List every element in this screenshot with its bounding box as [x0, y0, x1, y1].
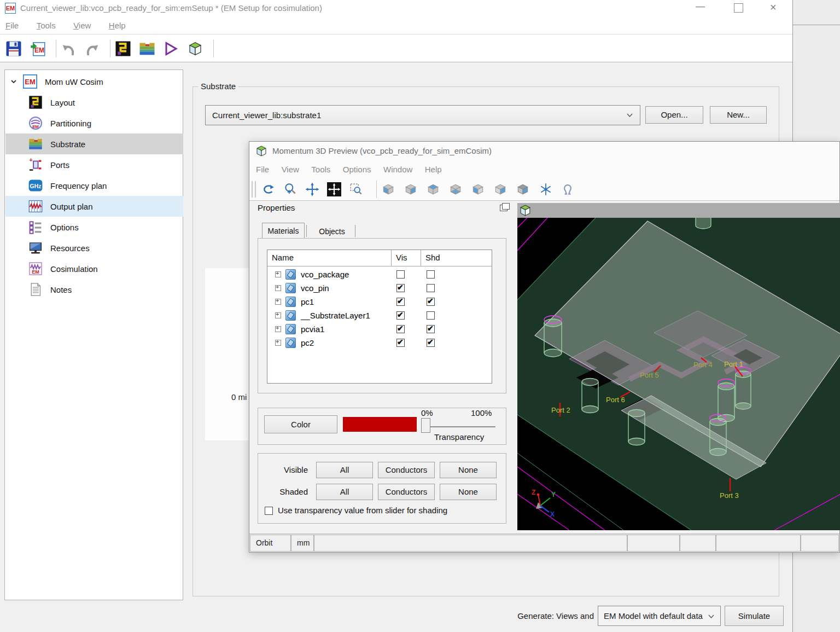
- vis-checkbox[interactable]: [396, 270, 405, 279]
- chevron-down-icon[interactable]: [10, 78, 18, 85]
- dialog-titlebar[interactable]: Momentum 3D Preview (vco_pcb_ready_for_s…: [249, 142, 839, 160]
- shd-checkbox[interactable]: [427, 311, 435, 320]
- status-units[interactable]: mm: [291, 535, 314, 552]
- generate-combobox[interactable]: EM Model with default data: [598, 606, 721, 626]
- toolbar-grip[interactable]: [252, 181, 256, 198]
- sidebar-item-notes[interactable]: Notes: [5, 279, 183, 300]
- shd-checkbox[interactable]: [427, 270, 435, 279]
- sidebar-item-cosimulation[interactable]: EM Cosimulation: [5, 258, 183, 279]
- view-cube-top-icon[interactable]: [426, 182, 440, 196]
- shd-checkbox[interactable]: [427, 325, 435, 333]
- material-paint-icon: [285, 297, 296, 307]
- layout-icon[interactable]: [115, 40, 131, 57]
- column-header-name[interactable]: Name: [267, 250, 392, 266]
- shaded-all-button[interactable]: All: [316, 484, 373, 500]
- expand-icon[interactable]: [275, 285, 281, 291]
- vis-checkbox[interactable]: [396, 284, 405, 292]
- transparency-slider-track[interactable]: [425, 426, 495, 427]
- 3d-scene[interactable]: Port 1 Port 2 Port 3 Port 4 Port 5 Port …: [517, 218, 840, 530]
- 3d-view-icon[interactable]: [187, 40, 203, 57]
- expand-icon[interactable]: [275, 271, 281, 277]
- menu-help[interactable]: Help: [109, 21, 126, 30]
- visible-none-button[interactable]: None: [440, 462, 497, 478]
- table-row[interactable]: vco_package: [267, 268, 492, 281]
- simulate-button[interactable]: Simulate: [725, 606, 784, 626]
- visible-conductors-button[interactable]: Conductors: [378, 462, 435, 478]
- redo-icon[interactable]: [84, 40, 100, 57]
- vis-checkbox[interactable]: [396, 325, 405, 333]
- pan-icon[interactable]: [305, 182, 319, 196]
- open-button[interactable]: Open...: [645, 106, 703, 124]
- status-mode[interactable]: Orbit: [250, 535, 291, 552]
- view-cube-back-icon[interactable]: [404, 182, 418, 196]
- simulate-icon[interactable]: [163, 40, 179, 57]
- sidebar-root-label: Mom uW Cosim: [45, 77, 103, 86]
- vis-checkbox[interactable]: [396, 339, 405, 347]
- transparency-shading-checkbox[interactable]: [265, 507, 273, 515]
- tab-materials[interactable]: Materials: [262, 223, 305, 238]
- table-row[interactable]: pc1: [267, 295, 492, 309]
- menu-file[interactable]: File: [5, 21, 19, 30]
- minimize-button[interactable]: —: [696, 1, 705, 12]
- color-button[interactable]: Color: [264, 415, 337, 433]
- save-icon[interactable]: [5, 40, 22, 57]
- expand-icon[interactable]: [275, 299, 281, 305]
- shd-checkbox[interactable]: [427, 298, 435, 306]
- table-row[interactable]: vco_pin: [267, 281, 492, 295]
- expand-icon[interactable]: [275, 312, 281, 318]
- sidebar-item-options[interactable]: Options: [5, 217, 183, 237]
- sidebar-item-substrate[interactable]: Substrate: [5, 134, 183, 154]
- menu-tools[interactable]: Tools: [311, 165, 330, 174]
- shd-checkbox[interactable]: [427, 339, 435, 347]
- status-cell: [627, 535, 680, 552]
- menu-view[interactable]: View: [282, 165, 299, 174]
- menu-view[interactable]: View: [73, 21, 91, 30]
- view-cube-left-icon[interactable]: [471, 182, 485, 196]
- sidebar-item-partitioning[interactable]: EM Partitioning: [5, 113, 183, 134]
- undo-icon[interactable]: [61, 40, 77, 57]
- sidebar-item-layout[interactable]: Layout: [5, 92, 183, 113]
- probe-icon[interactable]: [561, 182, 575, 196]
- view-cube-front-icon[interactable]: [381, 182, 395, 196]
- axes-icon[interactable]: [539, 182, 553, 196]
- table-row[interactable]: __SubstrateLayer1: [267, 309, 492, 322]
- shaded-none-button[interactable]: None: [440, 484, 497, 500]
- tab-objects[interactable]: Objects: [311, 225, 353, 238]
- expand-icon[interactable]: [275, 326, 281, 332]
- menu-file[interactable]: File: [256, 165, 269, 174]
- close-button[interactable]: ×: [770, 1, 777, 14]
- substrate-combobox[interactable]: Current_viewer_lib:substrate1: [205, 105, 640, 125]
- pan-active-icon[interactable]: [327, 182, 341, 196]
- float-panel-icon[interactable]: [500, 205, 508, 211]
- maximize-button[interactable]: [734, 3, 743, 13]
- sidebar-item-output-plan[interactable]: Output plan: [5, 196, 183, 217]
- vis-checkbox[interactable]: [396, 311, 405, 320]
- visible-all-button[interactable]: All: [316, 462, 373, 478]
- vis-checkbox[interactable]: [396, 298, 405, 306]
- transparency-slider-handle[interactable]: [421, 418, 430, 433]
- sidebar-item-ports[interactable]: + Ports: [5, 154, 183, 175]
- menu-tools[interactable]: Tools: [37, 21, 56, 30]
- menu-options[interactable]: Options: [343, 165, 371, 174]
- zoom-icon[interactable]: [283, 182, 298, 196]
- table-row[interactable]: pcvia1: [267, 322, 492, 336]
- column-header-vis[interactable]: Vis: [392, 250, 421, 266]
- expand-icon[interactable]: [275, 340, 281, 346]
- column-header-shd[interactable]: Shd: [421, 250, 492, 266]
- menu-window[interactable]: Window: [383, 165, 412, 174]
- view-cube-bottom-icon[interactable]: [448, 182, 463, 196]
- shd-checkbox[interactable]: [427, 284, 435, 292]
- view-cube-right-icon[interactable]: [493, 182, 508, 196]
- sidebar-item-frequency-plan[interactable]: GHz Frequency plan: [5, 175, 183, 196]
- orbit-icon[interactable]: [261, 182, 276, 196]
- sidebar-item-resources[interactable]: Resources: [5, 237, 183, 258]
- zoom-region-icon[interactable]: [349, 182, 363, 196]
- sidebar-item-root[interactable]: EM Mom uW Cosim: [5, 71, 183, 92]
- substrate-icon[interactable]: [139, 40, 155, 57]
- view-cube-iso-icon[interactable]: [516, 182, 530, 196]
- menu-help[interactable]: Help: [425, 165, 442, 174]
- table-row[interactable]: pc2: [267, 336, 492, 350]
- new-button[interactable]: New...: [710, 106, 767, 124]
- em-import-icon[interactable]: EM: [30, 40, 46, 57]
- shaded-conductors-button[interactable]: Conductors: [378, 484, 435, 500]
